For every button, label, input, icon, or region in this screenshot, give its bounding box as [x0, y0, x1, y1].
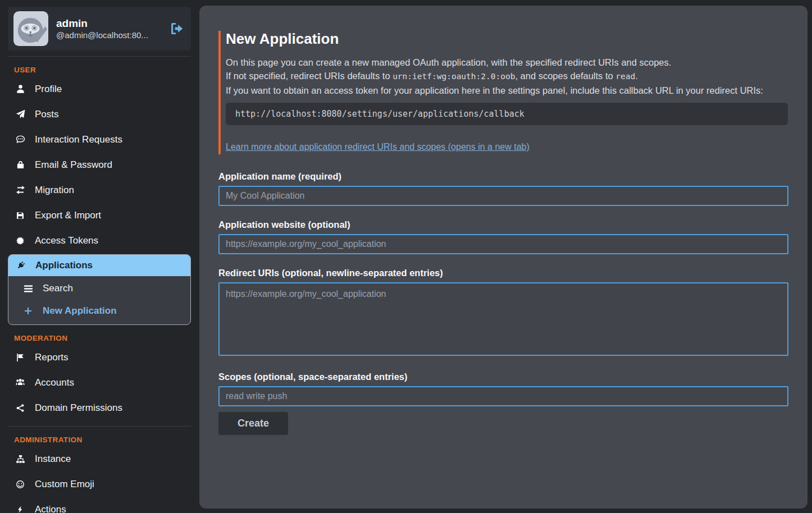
sloth-avatar	[13, 11, 48, 46]
sidebar-item-label: Reports	[35, 352, 69, 363]
page-title: New Application	[226, 31, 788, 48]
intro-line-1: On this page you can create a new manage…	[226, 56, 788, 70]
users-icon	[15, 378, 25, 387]
plus-icon	[23, 306, 33, 316]
sidebar-item-label: Applications	[35, 260, 93, 271]
sidebar-item-actions[interactable]: Actions	[8, 497, 191, 513]
sidebar-item-interaction-requests[interactable]: Interaction Requests	[8, 127, 191, 152]
applications-group: Applications Search New Application	[8, 254, 191, 325]
section-header-moderation: MODERATION	[8, 334, 191, 342]
scopes-label: Scopes (optional, space-separated entrie…	[218, 372, 788, 382]
sidebar-item-label: Actions	[35, 504, 66, 513]
sidebar: admin @admin@localhost:80... USER Profil…	[0, 0, 199, 513]
sidebar-item-label: Search	[43, 283, 73, 294]
certificate-icon	[15, 236, 25, 245]
sidebar-item-label: Accounts	[35, 377, 74, 388]
sign-out-icon[interactable]	[170, 21, 184, 36]
sidebar-item-label: Migration	[35, 185, 74, 196]
intro-block: New Application On this page you can cre…	[218, 31, 788, 154]
user-icon	[15, 84, 25, 94]
sidebar-item-label: New Application	[43, 305, 117, 317]
intro-line-2: If not specified, redirect URIs defaults…	[226, 69, 788, 84]
sidebar-item-label: Posts	[35, 109, 59, 120]
scopes-input[interactable]	[218, 386, 788, 406]
sidebar-item-applications[interactable]: Applications	[8, 255, 190, 276]
sidebar-item-applications-new[interactable]: New Application	[8, 300, 190, 322]
plug-icon	[16, 261, 26, 271]
sidebar-item-custom-emoji[interactable]: Custom Emoji	[8, 471, 191, 497]
exchange-icon	[15, 185, 25, 195]
section-header-administration: ADMINISTRATION	[8, 436, 191, 444]
field-application-website: Application website (optional)	[218, 219, 788, 254]
sidebar-item-profile[interactable]: Profile	[8, 76, 191, 102]
sidebar-item-label: Export & Import	[35, 210, 101, 221]
sidebar-divider	[8, 426, 191, 427]
paper-plane-icon	[15, 109, 25, 119]
sidebar-item-label: Profile	[35, 84, 62, 95]
user-name: admin	[56, 17, 88, 29]
application-name-label: Application name (required)	[218, 171, 788, 182]
sidebar-item-instance[interactable]: Instance	[8, 446, 191, 471]
sidebar-item-migration[interactable]: Migration	[8, 177, 191, 203]
section-header-user: USER	[8, 66, 191, 74]
bolt-icon	[15, 505, 25, 513]
callback-url-code-block: http://localhost:8080/settings/user/appl…	[226, 103, 788, 125]
sidebar-item-label: Interaction Requests	[35, 134, 122, 145]
sidebar-item-label: Domain Permissions	[35, 402, 122, 414]
sidebar-item-label: Instance	[35, 454, 71, 465]
lock-icon	[15, 160, 25, 170]
comment-dots-icon	[15, 135, 25, 144]
sidebar-item-email-password[interactable]: Email & Password	[8, 152, 191, 177]
applications-submenu: Search New Application	[8, 276, 190, 324]
learn-more-link[interactable]: Learn more about application redirect UR…	[226, 142, 530, 152]
sidebar-item-accounts[interactable]: Accounts	[8, 370, 191, 395]
floppy-disk-icon	[15, 210, 25, 220]
sidebar-item-label: Custom Emoji	[35, 479, 94, 490]
smile-icon	[15, 479, 25, 489]
new-application-form: Application name (required) Application …	[218, 171, 788, 435]
inline-code-read: read	[615, 72, 635, 81]
intro-line-3: If you want to obtain an access token fo…	[226, 84, 788, 98]
inline-code-oob: urn:ietf:wg:oauth:2.0:oob	[393, 72, 515, 81]
application-website-input[interactable]	[218, 234, 788, 254]
user-card[interactable]: admin @admin@localhost:80...	[8, 7, 191, 51]
redirect-uris-label: Redirect URIs (optional, newline-separat…	[218, 268, 788, 278]
sidebar-divider	[8, 56, 191, 57]
create-button[interactable]: Create	[218, 412, 288, 435]
sidebar-item-domain-permissions[interactable]: Domain Permissions	[8, 395, 191, 420]
field-scopes: Scopes (optional, space-separated entrie…	[218, 372, 788, 406]
application-website-label: Application website (optional)	[218, 219, 788, 230]
redirect-uris-textarea[interactable]	[218, 282, 788, 356]
sidebar-item-posts[interactable]: Posts	[8, 102, 191, 127]
flag-icon	[15, 352, 25, 362]
application-name-input[interactable]	[218, 186, 788, 206]
settings-app: admin @admin@localhost:80... USER Profil…	[0, 0, 812, 513]
user-handle: @admin@localhost:80...	[56, 30, 148, 40]
field-redirect-uris: Redirect URIs (optional, newline-separat…	[218, 268, 788, 358]
sidebar-item-label: Access Tokens	[35, 235, 98, 246]
sidebar-item-applications-search[interactable]: Search	[8, 277, 190, 300]
sidebar-item-label: Email & Password	[35, 159, 112, 171]
sidebar-item-export-import[interactable]: Export & Import	[8, 203, 191, 228]
user-meta: admin @admin@localhost:80...	[56, 17, 162, 41]
list-icon	[23, 284, 33, 294]
main-panel: New Application On this page you can cre…	[199, 6, 808, 509]
sitemap-icon	[15, 454, 25, 464]
sidebar-item-reports[interactable]: Reports	[8, 345, 191, 370]
share-nodes-icon	[15, 403, 25, 413]
field-application-name: Application name (required)	[218, 171, 788, 206]
sidebar-item-access-tokens[interactable]: Access Tokens	[8, 228, 191, 253]
